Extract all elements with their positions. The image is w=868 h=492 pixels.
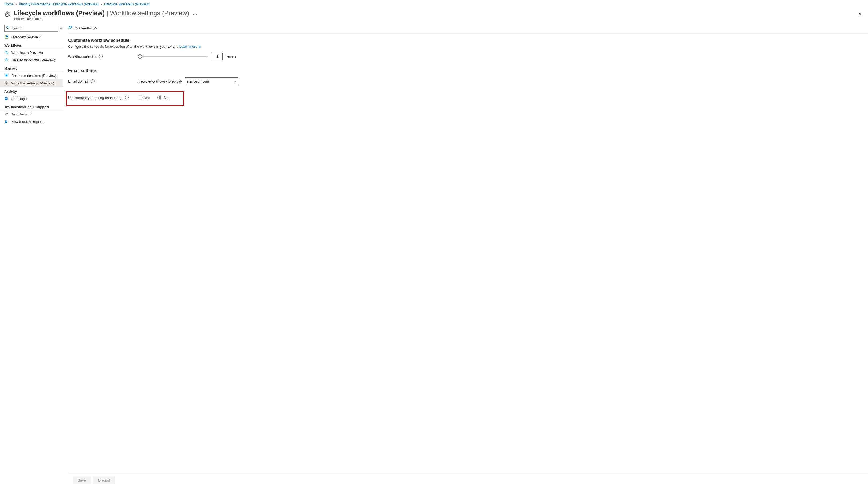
breadcrumb-lifecycle[interactable]: Lifecycle workflows (Preview)	[104, 2, 150, 6]
support-icon	[4, 120, 8, 124]
sidebar-item-label: Custom extensions (Preview)	[11, 74, 56, 78]
info-icon[interactable]: i	[125, 96, 129, 99]
sidebar-item-label: Audit logs	[11, 97, 27, 101]
radio-icon	[138, 95, 143, 100]
branding-label: Use company branding banner logo	[68, 96, 123, 100]
chevron-right-icon: ›	[16, 2, 17, 6]
search-input[interactable]	[11, 26, 56, 30]
page-header: Lifecycle workflows (Preview) | Workflow…	[0, 8, 868, 23]
sidebar-item-audit-logs[interactable]: Audit logs	[0, 95, 63, 102]
svg-rect-9	[6, 98, 7, 98]
sidebar-item-label: Workflow settings (Preview)	[11, 81, 54, 85]
sidebar-item-custom-extensions[interactable]: Custom extensions (Preview)	[0, 72, 63, 79]
svg-point-0	[7, 14, 8, 15]
branding-row: Use company branding banner logo i Yes N…	[68, 95, 181, 100]
page-title: Lifecycle workflows (Preview) | Workflow…	[14, 9, 189, 17]
sidebar-item-new-support-request[interactable]: New support request	[0, 118, 63, 125]
sidebar-item-troubleshoot[interactable]: Troubleshoot	[0, 110, 63, 118]
schedule-description: Configure the schedule for execution of …	[68, 45, 862, 49]
sidebar-item-workflow-settings[interactable]: Workflow settings (Preview)	[0, 79, 63, 87]
slider-thumb[interactable]	[138, 54, 142, 59]
search-icon	[6, 26, 10, 30]
dropdown-value: microsoft.com	[187, 79, 209, 83]
search-input-wrap[interactable]	[4, 25, 58, 32]
svg-line-2	[8, 28, 9, 29]
chevron-down-icon: ⌄	[234, 80, 236, 83]
svg-rect-4	[7, 53, 8, 54]
sidebar-item-label: Overview (Preview)	[11, 35, 42, 39]
save-button[interactable]: Save	[73, 476, 91, 484]
collapse-sidebar-button[interactable]: «	[61, 26, 63, 30]
svg-point-12	[69, 27, 70, 28]
schedule-label: Workflow schedule	[68, 55, 97, 59]
svg-point-1	[7, 27, 9, 29]
chevron-right-icon: ›	[101, 2, 102, 6]
sidebar-item-label: New support request	[11, 120, 44, 124]
schedule-slider[interactable]	[138, 56, 208, 57]
footer: Save Discard	[68, 473, 868, 488]
sidebar-item-deleted-workflows[interactable]: Deleted workflows (Preview)	[0, 56, 63, 64]
overview-icon	[4, 35, 8, 39]
sidebar-section-activity: Activity	[0, 87, 63, 95]
email-domain-row: Email domain i lifecycleworkflows-norepl…	[68, 77, 862, 85]
gear-icon	[4, 81, 8, 85]
sidebar-section-workflows: Workflows	[0, 41, 63, 49]
page-subtitle: Identity Governance	[14, 17, 189, 21]
workflow-schedule-row: Workflow schedule i hours	[68, 53, 862, 60]
radio-label: No	[164, 96, 168, 100]
sidebar-item-label: Troubleshoot	[11, 112, 31, 116]
logs-icon	[4, 96, 8, 101]
highlight-box: Use company branding banner logo i Yes N…	[66, 91, 184, 106]
person-feedback-icon	[68, 26, 72, 31]
svg-rect-6	[6, 75, 7, 76]
email-settings-heading: Email settings	[68, 68, 862, 73]
info-icon[interactable]: i	[91, 79, 95, 83]
wrench-icon	[4, 112, 8, 116]
sidebar-item-label: Deleted workflows (Preview)	[11, 58, 55, 62]
feedback-button[interactable]: Got feedback?	[68, 26, 97, 31]
sidebar: « Overview (Preview) Workflows Workflows…	[0, 23, 63, 488]
svg-point-11	[5, 120, 7, 122]
sidebar-item-label: Workflows (Preview)	[11, 51, 43, 55]
discard-button[interactable]: Discard	[93, 476, 115, 484]
svg-rect-10	[6, 98, 7, 99]
radio-icon	[158, 95, 162, 100]
gear-icon	[4, 9, 11, 18]
schedule-heading: Customize workflow schedule	[68, 38, 862, 43]
svg-rect-3	[5, 51, 6, 52]
breadcrumb-identity-gov[interactable]: Identity Governance | Lifecycle workflow…	[19, 2, 99, 6]
schedule-unit: hours	[227, 55, 236, 59]
email-domain-label: Email domain	[68, 79, 89, 83]
breadcrumb-home[interactable]: Home	[4, 2, 14, 6]
radio-label: Yes	[144, 96, 150, 100]
sidebar-section-manage: Manage	[0, 64, 63, 72]
feedback-label: Got feedback?	[75, 26, 97, 30]
learn-more-link[interactable]: Learn more ⧉	[180, 45, 201, 49]
branding-no-radio[interactable]: No	[158, 95, 168, 100]
workflows-icon	[4, 50, 8, 55]
info-icon[interactable]: i	[99, 55, 103, 58]
sidebar-item-overview[interactable]: Overview (Preview)	[0, 33, 63, 41]
branding-yes-radio[interactable]: Yes	[138, 95, 150, 100]
email-prefix: lifecycleworkflows-noreply @	[138, 79, 183, 83]
breadcrumb: Home › Identity Governance | Lifecycle w…	[0, 0, 868, 8]
close-button[interactable]: ✕	[858, 9, 862, 17]
external-link-icon: ⧉	[199, 45, 201, 48]
schedule-value-input[interactable]	[212, 53, 222, 60]
email-domain-dropdown[interactable]: microsoft.com ⌄	[185, 77, 238, 85]
extension-icon	[4, 73, 8, 78]
sidebar-item-workflows[interactable]: Workflows (Preview)	[0, 49, 63, 56]
svg-point-7	[6, 82, 7, 83]
more-actions-button[interactable]: ⋯	[193, 9, 197, 17]
content: Got feedback? Customize workflow schedul…	[63, 23, 868, 488]
sidebar-section-support: Troubleshooting + Support	[0, 102, 63, 110]
command-bar: Got feedback?	[68, 23, 868, 33]
trash-icon	[4, 58, 8, 62]
